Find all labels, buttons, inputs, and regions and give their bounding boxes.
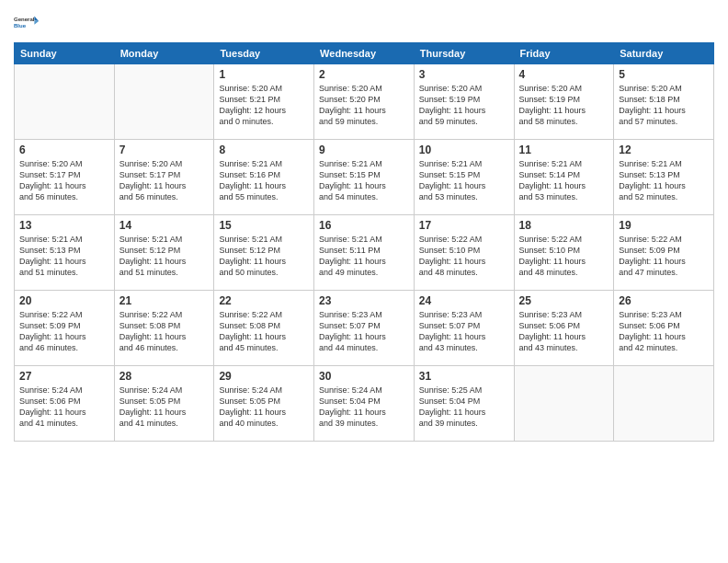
day-cell-29: 29Sunrise: 5:24 AM Sunset: 5:05 PM Dayli… — [214, 366, 314, 442]
day-info: Sunrise: 5:22 AM Sunset: 5:09 PM Dayligh… — [619, 234, 709, 279]
empty-cell — [15, 64, 115, 140]
calendar-table: SundayMondayTuesdayWednesdayThursdayFrid… — [14, 42, 714, 442]
day-cell-8: 8Sunrise: 5:21 AM Sunset: 5:16 PM Daylig… — [214, 140, 314, 215]
day-cell-27: 27Sunrise: 5:24 AM Sunset: 5:06 PM Dayli… — [15, 366, 115, 442]
svg-text:General: General — [14, 17, 35, 22]
day-info: Sunrise: 5:20 AM Sunset: 5:19 PM Dayligh… — [419, 83, 509, 128]
day-number: 18 — [519, 219, 609, 232]
day-number: 11 — [519, 144, 609, 156]
day-cell-30: 30Sunrise: 5:24 AM Sunset: 5:04 PM Dayli… — [314, 366, 415, 442]
day-info: Sunrise: 5:24 AM Sunset: 5:04 PM Dayligh… — [319, 385, 409, 430]
day-info: Sunrise: 5:22 AM Sunset: 5:09 PM Dayligh… — [19, 309, 109, 354]
week-row-5: 27Sunrise: 5:24 AM Sunset: 5:06 PM Dayli… — [15, 366, 714, 442]
day-info: Sunrise: 5:20 AM Sunset: 5:20 PM Dayligh… — [319, 83, 409, 128]
empty-cell — [514, 366, 614, 442]
day-cell-18: 18Sunrise: 5:22 AM Sunset: 5:10 PM Dayli… — [514, 215, 614, 291]
weekday-header-wednesday: Wednesday — [314, 43, 415, 64]
day-cell-3: 3Sunrise: 5:20 AM Sunset: 5:19 PM Daylig… — [414, 64, 514, 140]
day-info: Sunrise: 5:21 AM Sunset: 5:12 PM Dayligh… — [219, 234, 309, 279]
day-cell-10: 10Sunrise: 5:21 AM Sunset: 5:15 PM Dayli… — [414, 140, 514, 215]
day-number: 16 — [319, 219, 409, 232]
day-info: Sunrise: 5:20 AM Sunset: 5:21 PM Dayligh… — [219, 83, 309, 128]
day-info: Sunrise: 5:24 AM Sunset: 5:05 PM Dayligh… — [119, 385, 210, 430]
day-cell-11: 11Sunrise: 5:21 AM Sunset: 5:14 PM Dayli… — [514, 140, 614, 215]
day-info: Sunrise: 5:20 AM Sunset: 5:19 PM Dayligh… — [519, 83, 609, 128]
day-cell-5: 5Sunrise: 5:20 AM Sunset: 5:18 PM Daylig… — [614, 64, 714, 140]
day-number: 9 — [319, 144, 409, 156]
day-cell-2: 2Sunrise: 5:20 AM Sunset: 5:20 PM Daylig… — [314, 64, 415, 140]
logo-icon: GeneralBlue — [14, 9, 40, 35]
day-number: 31 — [419, 370, 509, 383]
day-info: Sunrise: 5:21 AM Sunset: 5:11 PM Dayligh… — [319, 234, 409, 279]
day-info: Sunrise: 5:21 AM Sunset: 5:16 PM Dayligh… — [219, 158, 309, 203]
day-info: Sunrise: 5:25 AM Sunset: 5:04 PM Dayligh… — [419, 385, 509, 430]
day-info: Sunrise: 5:22 AM Sunset: 5:08 PM Dayligh… — [119, 309, 210, 354]
day-info: Sunrise: 5:21 AM Sunset: 5:14 PM Dayligh… — [519, 158, 609, 203]
day-cell-1: 1Sunrise: 5:20 AM Sunset: 5:21 PM Daylig… — [214, 64, 314, 140]
logo: GeneralBlue — [14, 9, 40, 35]
day-cell-31: 31Sunrise: 5:25 AM Sunset: 5:04 PM Dayli… — [414, 366, 514, 442]
day-number: 26 — [619, 294, 709, 307]
day-number: 29 — [219, 370, 309, 383]
day-cell-14: 14Sunrise: 5:21 AM Sunset: 5:12 PM Dayli… — [114, 215, 214, 291]
day-cell-25: 25Sunrise: 5:23 AM Sunset: 5:06 PM Dayli… — [514, 291, 614, 366]
day-number: 25 — [519, 294, 609, 307]
day-info: Sunrise: 5:20 AM Sunset: 5:17 PM Dayligh… — [119, 158, 210, 203]
day-cell-13: 13Sunrise: 5:21 AM Sunset: 5:13 PM Dayli… — [15, 215, 115, 291]
day-number: 21 — [119, 294, 210, 307]
day-number: 3 — [419, 68, 509, 81]
weekday-header-thursday: Thursday — [414, 43, 514, 64]
weekday-header-sunday: Sunday — [15, 43, 115, 64]
weekday-header-monday: Monday — [114, 43, 214, 64]
empty-cell — [614, 366, 714, 442]
page: GeneralBlue SundayMondayTuesdayWednesday… — [0, 0, 728, 563]
day-cell-16: 16Sunrise: 5:21 AM Sunset: 5:11 PM Dayli… — [314, 215, 415, 291]
day-cell-20: 20Sunrise: 5:22 AM Sunset: 5:09 PM Dayli… — [15, 291, 115, 366]
svg-marker-2 — [34, 16, 39, 21]
day-info: Sunrise: 5:23 AM Sunset: 5:06 PM Dayligh… — [619, 309, 709, 354]
day-cell-4: 4Sunrise: 5:20 AM Sunset: 5:19 PM Daylig… — [514, 64, 614, 140]
day-number: 13 — [19, 219, 109, 232]
empty-cell — [114, 64, 214, 140]
day-info: Sunrise: 5:20 AM Sunset: 5:18 PM Dayligh… — [619, 83, 709, 128]
day-number: 10 — [419, 144, 509, 156]
day-number: 4 — [519, 68, 609, 81]
day-info: Sunrise: 5:21 AM Sunset: 5:12 PM Dayligh… — [119, 234, 210, 279]
day-number: 5 — [619, 68, 709, 81]
day-number: 6 — [19, 144, 109, 156]
week-row-4: 20Sunrise: 5:22 AM Sunset: 5:09 PM Dayli… — [15, 291, 714, 366]
day-cell-22: 22Sunrise: 5:22 AM Sunset: 5:08 PM Dayli… — [214, 291, 314, 366]
day-info: Sunrise: 5:23 AM Sunset: 5:06 PM Dayligh… — [519, 309, 609, 354]
day-number: 30 — [319, 370, 409, 383]
day-info: Sunrise: 5:24 AM Sunset: 5:05 PM Dayligh… — [219, 385, 309, 430]
day-info: Sunrise: 5:23 AM Sunset: 5:07 PM Dayligh… — [419, 309, 509, 354]
day-number: 12 — [619, 144, 709, 156]
day-info: Sunrise: 5:21 AM Sunset: 5:15 PM Dayligh… — [419, 158, 509, 203]
week-row-2: 6Sunrise: 5:20 AM Sunset: 5:17 PM Daylig… — [15, 140, 714, 215]
day-cell-15: 15Sunrise: 5:21 AM Sunset: 5:12 PM Dayli… — [214, 215, 314, 291]
day-number: 8 — [219, 144, 309, 156]
header: GeneralBlue — [14, 9, 714, 35]
day-number: 1 — [219, 68, 309, 81]
day-cell-7: 7Sunrise: 5:20 AM Sunset: 5:17 PM Daylig… — [114, 140, 214, 215]
day-cell-24: 24Sunrise: 5:23 AM Sunset: 5:07 PM Dayli… — [414, 291, 514, 366]
day-number: 19 — [619, 219, 709, 232]
day-number: 7 — [119, 144, 210, 156]
day-info: Sunrise: 5:24 AM Sunset: 5:06 PM Dayligh… — [19, 385, 109, 430]
day-info: Sunrise: 5:20 AM Sunset: 5:17 PM Dayligh… — [19, 158, 109, 203]
day-cell-19: 19Sunrise: 5:22 AM Sunset: 5:09 PM Dayli… — [614, 215, 714, 291]
day-info: Sunrise: 5:23 AM Sunset: 5:07 PM Dayligh… — [319, 309, 409, 354]
day-number: 20 — [19, 294, 109, 307]
weekday-header-tuesday: Tuesday — [214, 43, 314, 64]
weekday-header-saturday: Saturday — [614, 43, 714, 64]
day-info: Sunrise: 5:21 AM Sunset: 5:13 PM Dayligh… — [19, 234, 109, 279]
day-number: 22 — [219, 294, 309, 307]
day-cell-6: 6Sunrise: 5:20 AM Sunset: 5:17 PM Daylig… — [15, 140, 115, 215]
day-cell-23: 23Sunrise: 5:23 AM Sunset: 5:07 PM Dayli… — [314, 291, 415, 366]
day-cell-9: 9Sunrise: 5:21 AM Sunset: 5:15 PM Daylig… — [314, 140, 415, 215]
day-cell-12: 12Sunrise: 5:21 AM Sunset: 5:13 PM Dayli… — [614, 140, 714, 215]
day-cell-17: 17Sunrise: 5:22 AM Sunset: 5:10 PM Dayli… — [414, 215, 514, 291]
day-number: 2 — [319, 68, 409, 81]
weekday-header-row: SundayMondayTuesdayWednesdayThursdayFrid… — [15, 43, 714, 64]
day-number: 28 — [119, 370, 210, 383]
